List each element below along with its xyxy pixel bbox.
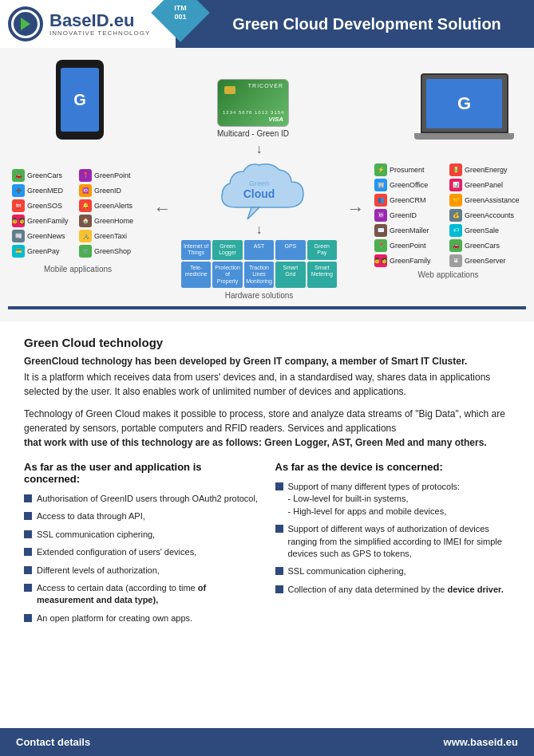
two-column-layout: As far as the user and application is co… [24, 461, 510, 630]
list-item: 🏷 GreenSale [449, 224, 522, 237]
list-item: SSL communication ciphering, [275, 565, 511, 577]
bullet-icon [24, 548, 32, 556]
logo-subtitle: INNOVATIVE TECHNOLOGY [49, 30, 150, 37]
greenid-icon: 🆔 [79, 184, 92, 197]
list-item: AST [244, 240, 274, 260]
list-item: Support of many different types of proto… [275, 481, 511, 518]
greenenergy-icon: 🔋 [449, 163, 462, 176]
list-item: Extended configuration of users' devices… [24, 546, 259, 558]
card-area: TRICOVER 1234 5678 1012 3154 VISA Multic… [176, 79, 331, 140]
list-item: 🏢 GreenOffice [374, 179, 447, 191]
badge-diamond: ITM001 [151, 0, 210, 42]
greensale-icon: 🏷 [449, 224, 462, 237]
bullet-icon [275, 585, 283, 593]
list-item: Access to data through API, [24, 510, 259, 522]
logo-icon [8, 6, 43, 41]
footer-url: www.baseid.eu [444, 736, 518, 748]
bullet-icon [24, 584, 32, 592]
down-arrow-to-hw: ↓ [256, 223, 263, 236]
greenid2-icon: 🆔 [374, 209, 387, 222]
cloud-center: ↓ GreenCloud ↓ Internet of Things Green … [181, 143, 337, 300]
list-item: 🛒 GreenShop [79, 245, 144, 258]
intro-bold: GreenCloud technology has been developed… [24, 356, 510, 367]
list-item: 👨‍👩 GreenFamily [12, 215, 77, 227]
phone-icon: G [56, 60, 104, 140]
intro-normal: It is a platform which receives data fro… [24, 370, 510, 399]
laptop-icon: G [414, 73, 514, 140]
list-item: 🆘 GreenSOS [12, 199, 77, 212]
bullet-icon [24, 566, 32, 574]
list-item: Traction Lines Monitoring [244, 262, 274, 288]
greenpanel-icon: 📊 [449, 179, 462, 191]
greencars2-icon: 🚗 [449, 239, 462, 252]
greensos-icon: 🆘 [12, 199, 25, 212]
tech-para-text2: that work with use of this technology ar… [24, 437, 487, 448]
greenoffice-icon: 🏢 [374, 179, 387, 191]
bullet-icon [275, 482, 283, 490]
list-item: SSL communication ciphering, [24, 529, 259, 541]
arrow-right-icon: → [347, 199, 365, 219]
card-icon: TRICOVER 1234 5678 1012 3154 VISA [217, 79, 289, 127]
list-item: 🖥 GreenServer [449, 254, 522, 267]
list-item: 🆔 GreenID [374, 209, 447, 222]
list-item: 🤝 GreenAssistance [449, 194, 522, 207]
phone-area: G [12, 60, 148, 140]
list-item: 🚕 GreenTaxi [79, 230, 144, 242]
col2: As far as the device is concerned: Suppo… [275, 461, 511, 630]
bullet-icon [24, 530, 32, 538]
bullet-icon [275, 525, 283, 533]
greenhome-icon: 🏠 [79, 215, 92, 227]
list-item: 📍 GreenPoint [79, 169, 144, 182]
laptop-area: G [358, 73, 514, 140]
blue-separator [8, 306, 526, 309]
list-item: Support of different ways of authorizati… [275, 523, 511, 560]
list-item: 📍 GreenPoint [374, 239, 447, 252]
mobile-apps: 🚗 GreenCars 📍 GreenPoint ➕ GreenMED 🆔 Gr… [12, 169, 144, 274]
list-item: Green Logger [212, 240, 242, 260]
greenassistance-icon: 🤝 [449, 194, 462, 207]
badge-text: ITM001 [174, 4, 187, 22]
list-item: Tele­medicine [181, 262, 211, 288]
list-item: Different levels of authorization, [24, 565, 259, 577]
card-label: Multicard - Green ID [217, 129, 289, 138]
col2-title: As far as the device is concerned: [275, 461, 511, 473]
list-item: 🏠 GreenHome [79, 215, 144, 227]
col2-list: Support of many different types of proto… [275, 481, 511, 596]
list-item: 🆔 GreenID [79, 184, 144, 197]
logo-text: BaseID.eu INNOVATIVE TECHNOLOGY [49, 12, 150, 37]
list-item: 🚗 GreenCars [449, 239, 522, 252]
diagram-section: G TRICOVER 1234 5678 1012 3154 VISA Mult… [0, 48, 534, 321]
list-item: Internet of Things [181, 240, 211, 260]
hardware-label: Hardware solutions [225, 291, 294, 300]
list-item: ⚡ Prosument [374, 163, 447, 176]
footer: Contact details www.baseid.eu [0, 728, 534, 756]
greenmed-icon: ➕ [12, 184, 25, 197]
section-title: Green Cloud technology [24, 336, 510, 349]
content-section: Green Cloud technology GreenCloud techno… [0, 321, 534, 644]
badge-wrap: ITM001 [156, 0, 204, 48]
list-item: 👥 GreenCRM [374, 194, 447, 207]
bullet-icon [24, 494, 32, 502]
list-item: 💰 GreenAccounts [449, 209, 522, 222]
list-item: 👨‍👩 GreenFamily [374, 254, 447, 267]
cloud-label: GreenCloud [243, 179, 275, 200]
greentaxi-icon: 🚕 [79, 230, 92, 242]
col1-list: Authorisation of GreenID users through O… [24, 493, 259, 624]
greenpoint-icon: 📍 [79, 169, 92, 182]
list-item: 📰 GreenNews [12, 230, 77, 242]
list-item: GPS [275, 240, 305, 260]
list-item: 💳 GreenPay [12, 245, 77, 258]
list-item: ✉️ GreenMailer [374, 224, 447, 237]
bullet-icon [24, 614, 32, 622]
greencars-icon: 🚗 [12, 169, 25, 182]
greennews-icon: 📰 [12, 230, 25, 242]
list-item: Protection of Property [212, 262, 242, 288]
col1-title: As far as the user and application is co… [24, 461, 259, 485]
greenfamily2-icon: 👨‍👩 [374, 254, 387, 267]
web-apps: ⚡ Prosument 🔋 GreenEnergy 🏢 GreenOffice … [374, 163, 522, 279]
list-item: 🚗 GreenCars [12, 169, 77, 182]
list-item: ➕ GreenMED [12, 184, 77, 197]
bullet-icon [24, 512, 32, 520]
greencrm-icon: 👥 [374, 194, 387, 207]
greenshop-icon: 🛒 [79, 245, 92, 258]
